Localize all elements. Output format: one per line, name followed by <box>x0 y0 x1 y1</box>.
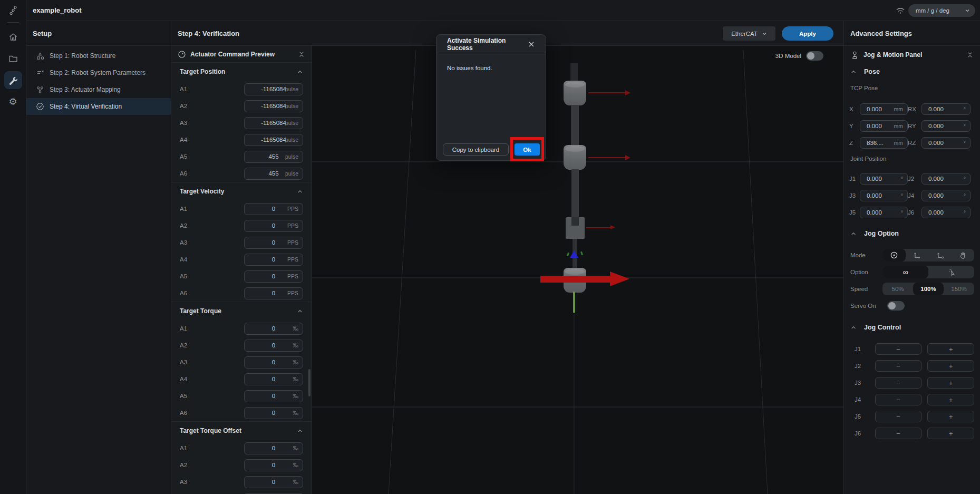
folder-icon[interactable] <box>4 50 22 67</box>
collapse-panel-icon[interactable] <box>298 50 305 59</box>
actuator-velocity-input[interactable]: 0 PPS <box>244 203 303 215</box>
tcp-input[interactable]: 0.000 ° <box>921 120 971 132</box>
actuator-position-input[interactable]: -1165084 pulse <box>244 100 303 112</box>
tcp-input[interactable]: 0.000 mm <box>860 120 908 132</box>
sidebar-item-step3[interactable]: Step 3: Actuator Mapping <box>26 81 171 98</box>
actuator-velocity-input[interactable]: 0 PPS <box>244 237 303 249</box>
servo-on-toggle[interactable] <box>887 301 905 311</box>
joint-input[interactable]: 0.000 ° <box>921 190 971 201</box>
chevron-up-icon[interactable] <box>297 308 303 314</box>
sidebar-item-step2[interactable]: Step 2: Robot System Parameters <box>26 64 171 81</box>
home-icon[interactable] <box>4 28 22 46</box>
option-click-cursor-icon[interactable] <box>928 266 974 278</box>
jog-minus-button[interactable]: − <box>875 411 922 422</box>
sidebar-item-step1[interactable]: Step 1: Robot Structure <box>26 47 171 64</box>
joystick-icon <box>850 51 859 60</box>
jog-plus-button[interactable]: + <box>927 428 974 439</box>
copy-to-clipboard-button[interactable]: Copy to clipboard <box>443 143 509 156</box>
dialog-title: Activate Simulation Success <box>447 37 528 52</box>
actuator-torque-input[interactable]: 0 ‰ <box>244 323 303 335</box>
scrollbar-thumb[interactable] <box>308 369 311 396</box>
joint-input[interactable]: 0.000 ° <box>860 173 908 185</box>
actuator-row: A4 0 ‰ <box>171 490 312 494</box>
actuator-position-input[interactable]: -1165084 pulse <box>244 134 303 146</box>
actuator-row: A3 0 ‰ <box>171 473 312 490</box>
actuator-label: A1 <box>180 206 187 212</box>
actuator-position-input[interactable]: -1165084 pulse <box>244 117 303 129</box>
tcp-input[interactable]: 0.000 ° <box>921 137 971 149</box>
jog-plus-button[interactable]: + <box>927 411 974 422</box>
sidebar-header: Setup <box>26 21 171 46</box>
jog-minus-button[interactable]: − <box>875 428 922 439</box>
actuator-torque-input[interactable]: 0 ‰ <box>244 340 303 352</box>
jog-minus-button[interactable]: − <box>875 377 922 389</box>
units-dropdown[interactable]: mm / g / deg <box>908 4 975 17</box>
actuator-torque-offset-input[interactable]: 0 ‰ <box>244 476 303 488</box>
actuator-position-input[interactable]: 455 pulse <box>244 168 303 180</box>
jog-speed-segment: 50% 100% 150% <box>882 283 974 295</box>
tcp-input[interactable]: 0.000 mm <box>860 103 908 115</box>
joint2-axis-arrow <box>588 157 625 158</box>
3d-model-toggle[interactable] <box>806 51 823 61</box>
tcp-input[interactable]: 0.000 ° <box>921 103 971 115</box>
jog-plus-button[interactable]: + <box>927 360 974 372</box>
actuator-torque-input[interactable]: 0 ‰ <box>244 407 303 419</box>
3d-viewport[interactable]: 3D Model <box>312 46 843 494</box>
actuator-torque-offset-input[interactable]: 0 ‰ <box>244 459 303 471</box>
speed-label: Speed <box>850 286 882 292</box>
chevron-up-icon[interactable] <box>297 69 303 74</box>
actuator-torque-offset-input[interactable]: 0 ‰ <box>244 442 303 454</box>
jog-option-section-header[interactable]: Jog Option <box>844 226 980 241</box>
chevron-up-icon[interactable] <box>297 189 303 194</box>
actuator-row: A3 -1165084 pulse <box>171 114 312 131</box>
joint-input[interactable]: 0.000 ° <box>921 207 971 218</box>
setup-wrench-icon[interactable] <box>4 71 22 89</box>
actuator-row: A3 0 PPS <box>171 234 312 251</box>
jog-minus-button[interactable]: − <box>875 343 922 355</box>
chevron-up-icon[interactable] <box>297 428 303 433</box>
apply-button[interactable]: Apply <box>782 26 833 41</box>
speed-100-button[interactable]: 100% <box>913 283 944 295</box>
protocol-dropdown[interactable]: EtherCAT <box>723 26 775 41</box>
settings-gear-icon[interactable]: ⚙ <box>4 93 22 111</box>
jog-plus-button[interactable]: + <box>927 377 974 389</box>
mode-joint-jog-icon[interactable] <box>882 249 906 261</box>
jog-control-section-header[interactable]: Jog Control <box>844 319 980 335</box>
actuator-velocity-input[interactable]: 0 PPS <box>244 287 303 299</box>
jog-minus-button[interactable]: − <box>875 394 922 405</box>
jog-control-row: J5 − + <box>844 408 980 425</box>
actuator-torque-input[interactable]: 0 ‰ <box>244 373 303 385</box>
actuator-position-input[interactable]: 455 pulse <box>244 151 303 163</box>
tcp-input[interactable]: 836.... mm <box>860 137 908 149</box>
actuator-velocity-input[interactable]: 0 PPS <box>244 220 303 232</box>
mode-hand-guide-icon[interactable] <box>952 249 975 261</box>
base-x-axis-arrow <box>540 276 610 283</box>
close-icon[interactable] <box>528 41 535 48</box>
actuator-torque-input[interactable]: 0 ‰ <box>244 390 303 402</box>
pose-section-header[interactable]: Pose <box>844 64 980 80</box>
section-title: Target Velocity <box>180 188 224 195</box>
collapse-panel-icon[interactable] <box>966 51 974 59</box>
ok-button[interactable]: Ok <box>515 143 540 156</box>
jog-minus-button[interactable]: − <box>875 360 922 372</box>
actuator-label: A5 <box>180 393 187 399</box>
servo-on-row: Servo On <box>844 297 980 314</box>
jog-plus-button[interactable]: + <box>927 394 974 405</box>
speed-50-button[interactable]: 50% <box>882 283 913 295</box>
target-velocity-section: Target Velocity A1 0 PPS A2 0 <box>171 182 312 302</box>
jog-plus-button[interactable]: + <box>927 343 974 355</box>
actuator-velocity-input[interactable]: 0 PPS <box>244 254 303 266</box>
actuator-torque-input[interactable]: 0 ‰ <box>244 356 303 369</box>
option-continuous-infinity[interactable]: ∞ <box>882 266 928 278</box>
mode-axis-point-jog-icon[interactable] <box>928 249 952 261</box>
speed-150-button[interactable]: 150% <box>944 283 974 295</box>
sidebar-item-step4[interactable]: Step 4: Virtual Verification <box>26 98 171 115</box>
mode-axis-jog-icon[interactable] <box>906 249 929 261</box>
joint1-axis-arrow <box>588 92 625 93</box>
joint-input[interactable]: 0.000 ° <box>921 173 971 185</box>
actuator-position-input[interactable]: -1165084 pulse <box>244 83 303 95</box>
joint-input[interactable]: 0.000 ° <box>860 190 908 201</box>
joint-input[interactable]: 0.000 ° <box>860 207 908 218</box>
actuator-label: A6 <box>180 170 187 177</box>
actuator-velocity-input[interactable]: 0 PPS <box>244 270 303 283</box>
